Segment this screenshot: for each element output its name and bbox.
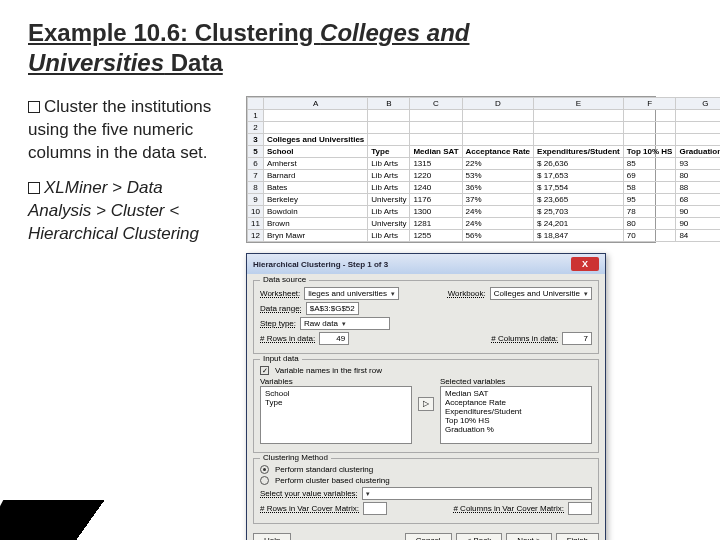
datarange-input[interactable]: $A$3:$G$52 (306, 302, 359, 315)
worksheet-select[interactable]: lieges and universities (304, 287, 399, 300)
back-button[interactable]: < Back (456, 533, 503, 540)
bullet-list: Cluster the institutions using the five … (28, 96, 228, 540)
decoration (0, 500, 163, 540)
spreadsheet: ABCDEFG123Colleges and Universities5Scho… (246, 96, 656, 243)
rows-input[interactable]: 49 (319, 332, 349, 345)
bullet-item: XLMiner > Data Analysis > Cluster < Hier… (28, 177, 228, 246)
help-button[interactable]: Help (253, 533, 291, 540)
steptype-select[interactable]: Raw data (300, 317, 390, 330)
close-icon[interactable]: X (571, 257, 599, 271)
variables-listbox[interactable]: SchoolType (260, 386, 412, 444)
dialog-title: Hierarchical Clustering - Step 1 of 3 (253, 260, 388, 269)
firstrow-checkbox[interactable]: ✓ (260, 366, 269, 375)
workbook-select[interactable]: Colleges and Universitie (490, 287, 592, 300)
selected-listbox[interactable]: Median SATAcceptance RateExpenditures/St… (440, 386, 592, 444)
standard-radio[interactable] (260, 465, 269, 474)
cluster-radio[interactable] (260, 476, 269, 485)
move-right-button[interactable]: ▷ (418, 397, 434, 411)
cols-input[interactable]: 7 (562, 332, 592, 345)
dialog: Hierarchical Clustering - Step 1 of 3 X … (246, 253, 606, 540)
slide-title: Example 10.6: Clustering Colleges and Un… (28, 18, 692, 78)
cancel-button[interactable]: Cancel (405, 533, 452, 540)
next-button[interactable]: Next > (506, 533, 551, 540)
finish-button[interactable]: Finish (556, 533, 599, 540)
bullet-item: Cluster the institutions using the five … (28, 96, 228, 165)
